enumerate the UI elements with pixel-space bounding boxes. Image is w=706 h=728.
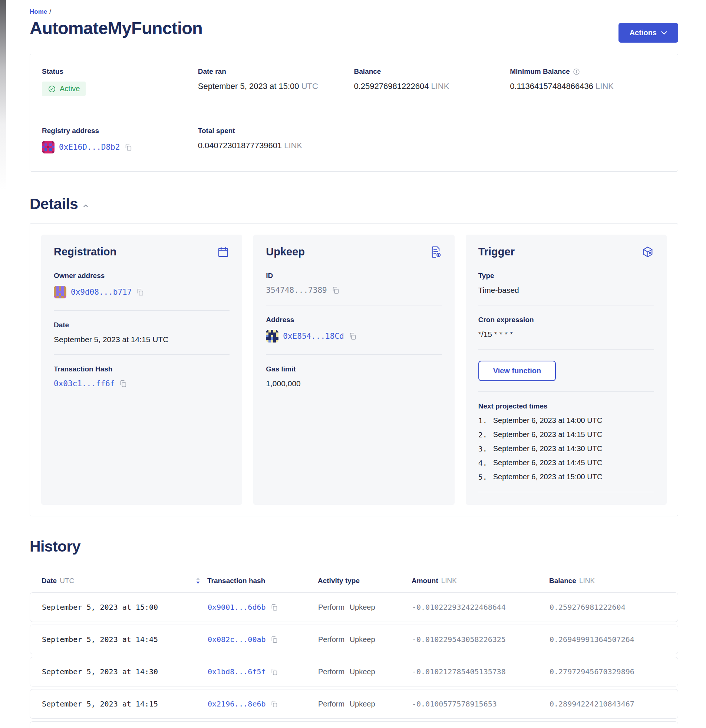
- projected-time-num: 1.: [478, 416, 487, 425]
- divider: [478, 305, 654, 305]
- projected-time-item: 4.September 6, 2023 at 14:45 UTC: [478, 458, 654, 467]
- status-value: Active: [60, 85, 80, 93]
- balance-value: 0.259276981222604: [354, 82, 429, 91]
- row-activity: Perform Upkeep: [318, 700, 412, 708]
- column-amount: AmountLINK: [412, 577, 549, 585]
- next-projected-times: Next projected times 1.September 6, 2023…: [478, 402, 654, 492]
- projected-time-num: 2.: [478, 430, 487, 439]
- gas-limit-value: 1,000,000: [266, 379, 441, 388]
- balance-field: Balance 0.259276981222604 LINK: [354, 68, 510, 96]
- trigger-card: Trigger Type Time-based Cron expression …: [466, 235, 667, 505]
- table-row: September 5, 2023 at 14:15 0x03c1...ff6f…: [30, 721, 678, 728]
- min-balance-value: 0.11364157484866436: [510, 82, 593, 91]
- copy-icon[interactable]: [331, 286, 340, 294]
- trigger-type-field: Type Time-based: [478, 272, 654, 295]
- transaction-hash-link[interactable]: 0x03c1...ff6f: [54, 379, 114, 388]
- min-balance-field: Minimum Balance 0.11364157484866436 LINK: [510, 68, 666, 96]
- row-balance: 0.259276981222604: [550, 603, 666, 612]
- registration-date-value: September 5, 2023 at 14:15 UTC: [54, 335, 230, 344]
- projected-time-text: September 6, 2023 at 14:30 UTC: [493, 445, 603, 454]
- summary-card: Status Active Date ran September 5, 2023…: [30, 54, 678, 172]
- row-hash-link[interactable]: 0x1bd8...6f5f: [208, 667, 266, 676]
- min-balance-suffix: LINK: [596, 82, 614, 91]
- owner-address-link[interactable]: 0x9d08...b717: [71, 287, 132, 296]
- collapse-details-button[interactable]: [83, 204, 88, 208]
- row-hash-link[interactable]: 0x2196...8e6b: [208, 699, 266, 708]
- registration-date-field: Date September 5, 2023 at 14:15 UTC: [54, 321, 230, 344]
- sort-desc-icon[interactable]: [195, 577, 201, 585]
- copy-icon[interactable]: [270, 636, 278, 643]
- registration-date-label: Date: [54, 321, 230, 329]
- copy-icon[interactable]: [124, 143, 132, 151]
- trigger-type-value: Time-based: [478, 286, 654, 295]
- divider: [54, 310, 230, 311]
- copy-icon[interactable]: [270, 668, 278, 676]
- total-spent-field: Total spent 0.04072301877739601 LINK: [198, 127, 354, 155]
- history-heading: History: [30, 538, 81, 555]
- row-activity: Perform Upkeep: [318, 636, 412, 644]
- row-activity: Perform Upkeep: [318, 603, 412, 612]
- history-table-header: Date UTC Transaction hash Activity type …: [30, 577, 678, 585]
- upkeep-address-field: Address 0xE854...18Cd: [266, 316, 441, 344]
- row-hash-link[interactable]: 0x082c...00ab: [208, 635, 266, 644]
- row-balance: 0.28994224210843467: [550, 699, 666, 708]
- info-icon[interactable]: [573, 68, 580, 75]
- date-ran-label: Date ran: [198, 68, 354, 76]
- summary-divider: [42, 111, 666, 111]
- divider: [478, 492, 654, 492]
- column-transaction-hash: Transaction hash: [207, 577, 318, 585]
- upkeep-title: Upkeep: [266, 246, 305, 258]
- cube-icon: [641, 246, 654, 259]
- column-balance: BalanceLINK: [549, 577, 666, 585]
- column-date-label: Date: [42, 577, 57, 585]
- actions-button[interactable]: Actions: [618, 23, 678, 43]
- trigger-type-label: Type: [478, 272, 654, 280]
- cron-expression-label: Cron expression: [478, 316, 654, 324]
- copy-icon[interactable]: [270, 700, 278, 708]
- actions-button-label: Actions: [629, 29, 657, 37]
- copy-icon[interactable]: [270, 604, 278, 611]
- upkeep-address-link[interactable]: 0xE854...18Cd: [283, 332, 344, 341]
- divider: [266, 305, 441, 305]
- chevron-up-icon: [83, 204, 88, 208]
- copy-icon[interactable]: [349, 332, 357, 340]
- calendar-icon: [217, 246, 230, 259]
- row-hash-link[interactable]: 0x9001...6d6b: [208, 603, 266, 612]
- document-settings-icon: [430, 246, 442, 259]
- divider: [266, 354, 441, 355]
- breadcrumb-home-link[interactable]: Home: [30, 8, 47, 15]
- upkeep-id-label: ID: [266, 272, 441, 280]
- row-amount: -0.010212785405135738: [412, 667, 550, 676]
- registry-address-link[interactable]: 0xE16D...D8b2: [59, 143, 120, 152]
- upkeep-id-field: ID 354748...7389: [266, 272, 441, 295]
- projected-time-text: September 6, 2023 at 14:15 UTC: [493, 430, 603, 439]
- row-date: September 5, 2023 at 14:30: [42, 667, 208, 676]
- column-date[interactable]: Date UTC: [42, 577, 207, 585]
- row-date: September 5, 2023 at 15:00: [42, 603, 208, 612]
- date-ran-field: Date ran September 5, 2023 at 15:00 UTC: [198, 68, 354, 96]
- registry-identicon: [42, 141, 55, 153]
- row-date: September 5, 2023 at 14:15: [42, 699, 208, 708]
- divider: [54, 354, 230, 355]
- view-function-button[interactable]: View function: [478, 361, 556, 381]
- projected-time-text: September 6, 2023 at 14:45 UTC: [493, 458, 603, 467]
- divider: [478, 349, 654, 350]
- date-ran-suffix: UTC: [301, 82, 318, 91]
- copy-icon[interactable]: [136, 288, 144, 296]
- status-badge: Active: [42, 82, 86, 96]
- table-row: September 5, 2023 at 14:30 0x1bd8...6f5f…: [30, 657, 678, 686]
- registration-card: Registration Owner address 0x9d08...b717: [41, 235, 242, 505]
- balance-suffix: LINK: [431, 82, 449, 91]
- total-spent-label: Total spent: [198, 127, 354, 135]
- row-balance: 0.27972945670329896: [550, 667, 666, 676]
- projected-time-text: September 6, 2023 at 14:00 UTC: [493, 416, 603, 425]
- gas-limit-field: Gas limit 1,000,000: [266, 365, 441, 388]
- check-circle-icon: [48, 85, 56, 93]
- copy-icon[interactable]: [119, 380, 127, 388]
- projected-time-num: 4.: [478, 458, 487, 467]
- details-panel: Registration Owner address 0x9d08...b717: [30, 223, 678, 516]
- owner-address-field: Owner address 0x9d08...b717: [54, 272, 230, 300]
- next-projected-times-label: Next projected times: [478, 402, 654, 410]
- total-spent-value: 0.04072301877739601: [198, 141, 282, 150]
- row-amount: -0.010222932422468644: [412, 603, 550, 612]
